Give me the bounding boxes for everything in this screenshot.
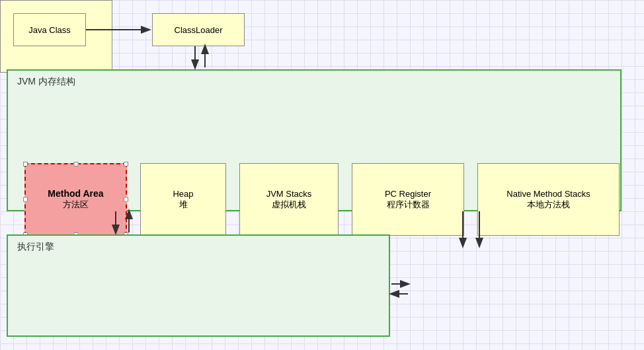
method-area-label-zh: 方法区 <box>63 199 89 211</box>
native-stacks-label-zh: 本地方法栈 <box>527 199 570 211</box>
java-class-box: Java Class <box>13 13 86 46</box>
classloader-box: ClassLoader <box>152 13 245 46</box>
pc-register-box: PC Register 程序计数器 <box>352 163 464 236</box>
method-area-label-en: Method Area <box>48 188 103 199</box>
heap-box: Heap 堆 <box>140 163 226 236</box>
handle-tl[interactable] <box>23 162 28 166</box>
jvm-stacks-box: JVM Stacks 虚拟机栈 <box>239 163 339 236</box>
method-area-box[interactable]: Method Area 方法区 <box>24 163 127 236</box>
java-class-label: Java Class <box>28 25 71 35</box>
jvm-stacks-label-zh: 虚拟机栈 <box>272 199 306 211</box>
jvm-outer-container: JVM 内存结构 Method Area 方法区 Heap 堆 JVM Stac… <box>7 69 622 211</box>
pc-label-zh: 程序计数器 <box>387 199 430 211</box>
exec-engine-label: 执行引擎 <box>17 241 54 253</box>
classloader-label: ClassLoader <box>175 25 223 35</box>
handle-ml[interactable] <box>23 197 28 202</box>
diagram-canvas: Java Class ClassLoader JVM 内存结构 Method A… <box>0 0 644 350</box>
pc-label-en: PC Register <box>385 189 431 199</box>
handle-tm[interactable] <box>73 162 78 166</box>
handle-tr[interactable] <box>124 162 128 166</box>
heap-label-en: Heap <box>173 189 193 199</box>
heap-label-zh: 堆 <box>179 199 188 211</box>
exec-engine-container: 执行引擎 Interpreter 解释器 JIT Compiler 即时编译器 … <box>7 234 390 337</box>
handle-mr[interactable] <box>124 197 128 202</box>
jvm-stacks-label-en: JVM Stacks <box>266 189 312 199</box>
native-stacks-label-en: Native Method Stacks <box>506 189 590 199</box>
jvm-outer-label: JVM 内存结构 <box>17 76 75 88</box>
native-stacks-box: Native Method Stacks 本地方法栈 <box>477 163 620 236</box>
